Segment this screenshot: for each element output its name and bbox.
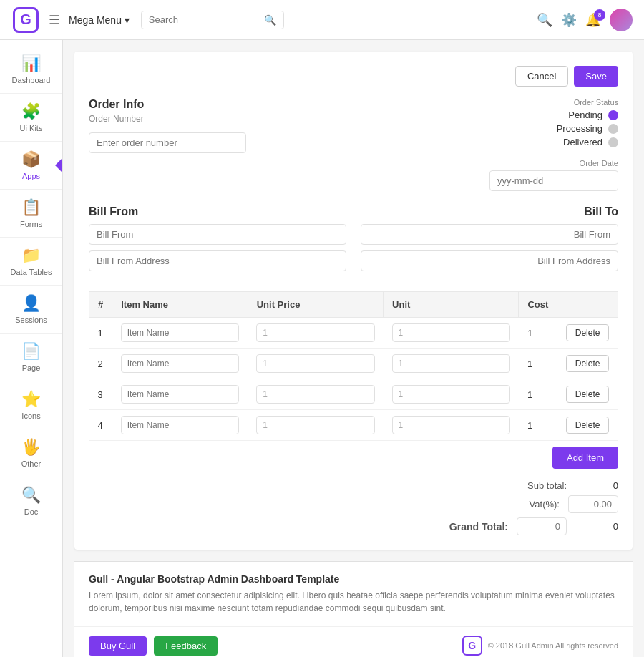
sidebar-item-icons[interactable]: ⭐ Icons	[0, 381, 62, 429]
table-row: 3 1 Delete	[89, 379, 618, 410]
bill-to-section: Bill To	[361, 205, 618, 277]
order-info-left: Order Info Order Number	[89, 98, 447, 191]
grand-total-input[interactable]	[517, 517, 567, 535]
col-action	[557, 292, 618, 318]
add-item-button[interactable]: Add Item	[552, 447, 618, 469]
table-header-row: # Item Name Unit Price Unit Cost	[89, 292, 618, 318]
order-number-label: Order Number	[89, 114, 447, 124]
feedback-button[interactable]: Feedback	[154, 636, 218, 656]
sidebar-item-label: Sessions	[15, 316, 47, 324]
unit-price-input[interactable]	[256, 354, 374, 373]
bill-to-address-input[interactable]	[361, 250, 618, 271]
other-icon: 🖐	[21, 438, 41, 457]
totals-section: Sub total: 0 Vat(%): Grand Total: 0	[89, 480, 618, 535]
row-unit-price	[248, 349, 383, 379]
delete-button[interactable]: Delete	[566, 355, 610, 372]
doc-icon: 🔍	[21, 486, 41, 505]
top-header: G ☰ Mega Menu ▾ 🔍 🔍 ⚙️ 🔔 8	[0, 0, 644, 40]
sidebar-item-label: Data Tables	[11, 268, 52, 276]
vat-input[interactable]	[568, 495, 618, 513]
col-num: #	[89, 292, 112, 318]
settings-icon-btn[interactable]: ⚙️	[561, 12, 577, 28]
sidebar-item-page[interactable]: 📄 Page	[0, 334, 62, 381]
row-delete: Delete	[557, 410, 618, 441]
pending-dot	[608, 110, 618, 120]
processing-dot	[608, 124, 618, 134]
row-item-name	[112, 379, 248, 410]
order-date-input[interactable]	[489, 170, 618, 191]
sidebar-item-label: Ui Kits	[20, 124, 43, 132]
unit-price-input[interactable]	[256, 385, 374, 404]
app-body: 📊 Dashboard 🧩 Ui Kits 📦 Apps 📋 Forms 📁 D…	[0, 40, 644, 657]
footer-logo: G	[462, 636, 482, 656]
row-num: 1	[89, 318, 112, 349]
sidebar-item-label: Page	[22, 364, 41, 372]
bill-from-input[interactable]	[89, 224, 346, 245]
item-name-input[interactable]	[121, 323, 239, 342]
sidebar-item-doc[interactable]: 🔍 Doc	[0, 477, 62, 525]
col-unit-price: Unit Price	[248, 292, 383, 318]
row-cost: 1	[519, 379, 557, 410]
item-name-input[interactable]	[121, 354, 239, 373]
row-unit	[384, 349, 519, 379]
search-icon-btn[interactable]: 🔍	[537, 12, 552, 28]
sub-total-label: Sub total:	[509, 480, 567, 491]
row-num: 2	[89, 349, 112, 379]
avatar[interactable]	[610, 9, 633, 31]
app-logo[interactable]: G	[11, 6, 40, 34]
search-bar[interactable]: 🔍	[141, 11, 284, 29]
sidebar-item-forms[interactable]: 📋 Forms	[0, 190, 62, 238]
footer-bottom: Buy Gull Feedback G © 2018 Gull Admin Al…	[74, 626, 633, 657]
bill-from-title: Bill From	[89, 205, 346, 218]
unit-input[interactable]	[392, 385, 510, 404]
unit-price-input[interactable]	[256, 416, 374, 434]
search-input[interactable]	[149, 14, 261, 25]
cancel-button[interactable]: Cancel	[515, 66, 568, 87]
col-cost: Cost	[519, 292, 557, 318]
bill-section: Bill From Bill To	[89, 205, 618, 277]
row-delete: Delete	[557, 379, 618, 410]
item-name-input[interactable]	[121, 385, 239, 404]
sidebar-item-apps[interactable]: 📦 Apps	[0, 142, 62, 190]
sub-total-value: 0	[575, 480, 618, 491]
item-name-input[interactable]	[121, 416, 239, 434]
top-actions: Cancel Save	[89, 66, 618, 87]
table-row: 2 1 Delete	[89, 349, 618, 379]
order-date-label: Order Date	[461, 159, 618, 167]
mega-menu-button[interactable]: Mega Menu ▾	[69, 14, 130, 26]
row-num: 4	[89, 410, 112, 441]
grand-total-row: Grand Total: 0	[449, 517, 618, 535]
order-info-right: Order Status Pending Processing Delivere…	[461, 98, 618, 191]
unit-input[interactable]	[392, 416, 510, 434]
data-tables-icon: 📁	[21, 246, 41, 265]
row-delete: Delete	[557, 318, 618, 349]
sidebar-item-dashboard[interactable]: 📊 Dashboard	[0, 46, 62, 94]
unit-input[interactable]	[392, 323, 510, 342]
save-button[interactable]: Save	[574, 66, 618, 87]
delivered-label: Delivered	[563, 137, 602, 147]
sidebar: 📊 Dashboard 🧩 Ui Kits 📦 Apps 📋 Forms 📁 D…	[0, 40, 63, 657]
delete-button[interactable]: Delete	[566, 324, 610, 341]
bill-from-address-input[interactable]	[89, 250, 346, 271]
row-unit	[384, 410, 519, 441]
bill-from-section: Bill From	[89, 205, 346, 277]
order-number-input[interactable]	[89, 132, 246, 153]
table-row: 1 1 Delete	[89, 318, 618, 349]
order-info-title: Order Info	[89, 98, 447, 111]
row-unit-price	[248, 379, 383, 410]
sidebar-item-other[interactable]: 🖐 Other	[0, 429, 62, 477]
row-item-name	[112, 349, 248, 379]
footer-info: Gull - Angular Bootstrap Admin Dashboard…	[74, 561, 633, 626]
bill-to-input[interactable]	[361, 224, 618, 245]
delete-button[interactable]: Delete	[566, 417, 610, 434]
delete-button[interactable]: Delete	[566, 386, 610, 403]
unit-price-input[interactable]	[256, 323, 374, 342]
sidebar-item-sessions[interactable]: 👤 Sessions	[0, 286, 62, 334]
notification-icon-btn[interactable]: 🔔 8	[585, 12, 601, 28]
sidebar-item-data-tables[interactable]: 📁 Data Tables	[0, 238, 62, 286]
buy-gull-button[interactable]: Buy Gull	[89, 636, 147, 656]
unit-input[interactable]	[392, 354, 510, 373]
hamburger-menu-button[interactable]: ☰	[49, 12, 60, 28]
sidebar-item-ui-kits[interactable]: 🧩 Ui Kits	[0, 94, 62, 142]
order-status-label: Order Status	[461, 98, 618, 107]
